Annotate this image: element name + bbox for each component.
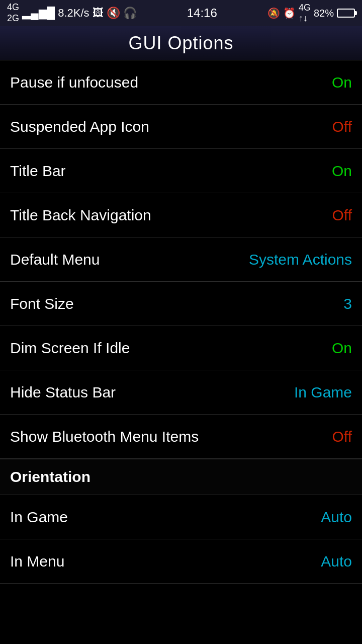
media-icon: 🖼 [93, 7, 104, 20]
page-title: GUI Options [128, 33, 233, 54]
status-time: 14:16 [187, 6, 217, 20]
setting-row-title-back-navigation[interactable]: Title Back Navigation Off [0, 193, 362, 237]
setting-label-orientation-in-game: In Game [10, 509, 68, 526]
setting-row-pause-if-unfocused[interactable]: Pause if unfocused On [0, 60, 362, 105]
network-indicator: 4G 2G [7, 2, 19, 24]
setting-value-default-menu: System Actions [249, 251, 352, 268]
status-right: 🔕 ⏰ 4G↑↓ 82% [267, 3, 355, 24]
setting-label-pause-if-unfocused: Pause if unfocused [10, 74, 138, 91]
setting-row-show-bluetooth-menu-items[interactable]: Show Bluetooth Menu Items Off [0, 415, 362, 459]
orientation-section-header: Orientation [0, 459, 362, 495]
setting-label-hide-status-bar: Hide Status Bar [10, 384, 116, 401]
status-left: 4G 2G ▂▄▆█ 8.2K/s 🖼 🔇 🎧 [7, 2, 137, 24]
volume-icon: 🔇 [107, 7, 120, 20]
settings-list: Pause if unfocused On Suspended App Icon… [0, 60, 362, 584]
setting-row-font-size[interactable]: Font Size 3 [0, 282, 362, 326]
setting-label-show-bluetooth-menu-items: Show Bluetooth Menu Items [10, 428, 199, 445]
orientation-label: Orientation [10, 468, 90, 486]
battery-icon [337, 9, 355, 18]
setting-row-default-menu[interactable]: Default Menu System Actions [0, 237, 362, 282]
setting-value-title-bar: On [332, 163, 352, 180]
setting-row-title-bar[interactable]: Title Bar On [0, 149, 362, 193]
setting-value-title-back-navigation: Off [332, 207, 352, 224]
setting-row-orientation-in-menu[interactable]: In Menu Auto [0, 539, 362, 584]
setting-value-orientation-in-menu: Auto [321, 553, 352, 570]
signal-bars: ▂▄▆█ [22, 7, 55, 20]
setting-label-title-back-navigation: Title Back Navigation [10, 207, 151, 224]
headset-icon: 🎧 [123, 7, 137, 20]
setting-label-title-bar: Title Bar [10, 163, 66, 180]
setting-value-show-bluetooth-menu-items: Off [332, 428, 352, 445]
setting-value-font-size: 3 [343, 295, 352, 312]
setting-label-orientation-in-menu: In Menu [10, 553, 64, 570]
setting-value-hide-status-bar: In Game [294, 384, 352, 401]
setting-row-orientation-in-game[interactable]: In Game Auto [0, 495, 362, 539]
battery-percent: 82% [314, 8, 334, 19]
setting-value-dim-screen-if-idle: On [332, 340, 352, 357]
lte-icon: 4G↑↓ [299, 3, 311, 24]
title-bar-section: GUI Options [0, 26, 362, 60]
mute-icon: 🔕 [267, 7, 280, 19]
setting-value-pause-if-unfocused: On [332, 74, 352, 91]
status-bar: 4G 2G ▂▄▆█ 8.2K/s 🖼 🔇 🎧 14:16 🔕 ⏰ 4G↑↓ 8… [0, 0, 362, 26]
setting-value-suspended-app-icon: Off [332, 118, 352, 135]
alarm-icon: ⏰ [283, 7, 296, 19]
setting-label-suspended-app-icon: Suspended App Icon [10, 118, 149, 135]
setting-label-font-size: Font Size [10, 295, 74, 312]
setting-label-dim-screen-if-idle: Dim Screen If Idle [10, 340, 130, 357]
setting-value-orientation-in-game: Auto [321, 509, 352, 526]
setting-row-dim-screen-if-idle[interactable]: Dim Screen If Idle On [0, 326, 362, 370]
setting-row-suspended-app-icon[interactable]: Suspended App Icon Off [0, 105, 362, 149]
speed-indicator: 8.2K/s [58, 7, 89, 20]
setting-row-hide-status-bar[interactable]: Hide Status Bar In Game [0, 370, 362, 415]
setting-label-default-menu: Default Menu [10, 251, 100, 268]
